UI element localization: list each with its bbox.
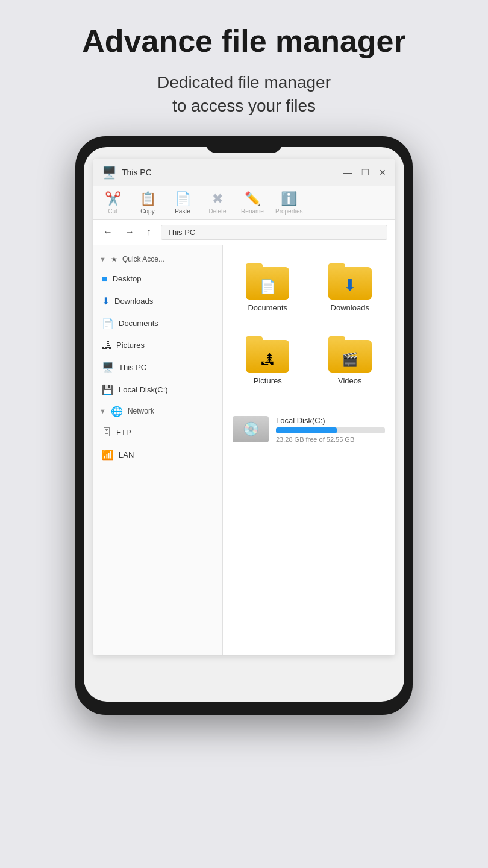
address-bar[interactable]: This PC [161,225,387,240]
cut-button[interactable]: ✂️ Cut [101,191,125,215]
explorer-body: ▼ ★ Quick Acce... ■ Desktop ⬇ Downloads … [93,245,395,655]
folder-downloads[interactable]: ⬇ Downloads [315,257,386,318]
local-disk-item[interactable]: 💿 Local Disk(C:) 23.28 GB free of 52.55 … [233,416,385,443]
title-bar-left: 🖥️ This PC [102,165,152,180]
delete-icon: ✖ [212,191,223,207]
page-title: Advance file manager [82,24,406,58]
documents-label: Documents [248,303,287,312]
minimize-button[interactable]: — [343,168,352,177]
disk-usage-bar [276,427,385,433]
pictures-icon: 🏞 [102,340,111,351]
pictures-label: Pictures [254,376,282,385]
sidebar-item-ftp[interactable]: 🗄 FTP [93,422,222,444]
network-chevron-icon: ▼ [99,407,106,415]
title-bar: 🖥️ This PC — ❐ ✕ [93,159,395,186]
sidebar-item-documents[interactable]: 📄 Documents [93,312,222,335]
folder-videos[interactable]: 🎬 Videos [315,330,386,391]
window-title: This PC [122,168,152,177]
paste-button[interactable]: 📄 Paste [170,191,195,215]
sidebar-item-thispc[interactable]: 🖥️ This PC [93,356,222,379]
sidebar-downloads-label: Downloads [114,297,153,306]
sidebar-thispc-label: This PC [119,363,146,372]
back-button[interactable]: ← [101,225,115,239]
folder-pictures[interactable]: 🏞 Pictures [233,330,303,391]
phone-screen: 🖥️ This PC — ❐ ✕ ✂️ Cut 📋 Copy [84,147,404,702]
rename-icon: ✏️ [245,191,261,207]
local-disk-section: 💿 Local Disk(C:) 23.28 GB free of 52.55 … [233,406,385,443]
folder-documents[interactable]: 📄 Documents [233,257,303,318]
phone-notch [205,136,283,153]
pictures-folder-icon: 🏞 [246,336,289,373]
this-pc-icon: 🖥️ [102,362,114,373]
cut-icon: ✂️ [105,191,121,207]
rename-button[interactable]: ✏️ Rename [240,191,264,215]
sidebar-item-desktop[interactable]: ■ Desktop [93,268,222,290]
rename-label: Rename [241,208,264,215]
page-header: Advance file manager Dedicated file mana… [46,0,442,136]
pc-icon: 🖥️ [102,165,117,180]
ftp-icon: 🗄 [102,427,111,438]
sidebar-item-pictures[interactable]: 🏞 Pictures [93,335,222,356]
quick-access-label: Quick Acce... [122,255,164,263]
sidebar: ▼ ★ Quick Acce... ■ Desktop ⬇ Downloads … [93,245,223,655]
downloads-label: Downloads [331,303,369,312]
delete-label: Delete [209,208,227,215]
chevron-icon: ▼ [99,256,106,263]
file-grid: 📄 Documents ⬇ Downloads [233,257,385,391]
desktop-icon: ■ [102,274,108,285]
downloads-icon: ⬇ [102,295,110,307]
disk-used-fill [276,427,337,433]
delete-button[interactable]: ✖ Delete [205,191,230,215]
star-icon: ★ [111,255,117,263]
disk-info: Local Disk(C:) 23.28 GB free of 52.55 GB [276,416,385,443]
properties-icon: ℹ️ [281,191,297,207]
page-subtitle: Dedicated file manager to access your fi… [82,71,406,118]
videos-folder-icon: 🎬 [328,336,372,373]
sidebar-desktop-label: Desktop [113,274,142,283]
disk-free-label: 23.28 GB free of 52.55 GB [276,436,385,443]
close-button[interactable]: ✕ [379,168,386,177]
paste-icon: 📄 [175,191,191,207]
title-bar-controls: — ❐ ✕ [343,168,386,177]
paste-label: Paste [175,208,190,215]
sidebar-item-lan[interactable]: 📶 LAN [93,444,222,466]
sidebar-quick-access[interactable]: ▼ ★ Quick Acce... [93,250,222,268]
sidebar-item-downloads[interactable]: ⬇ Downloads [93,290,222,312]
cut-label: Cut [108,208,117,215]
forward-button[interactable]: → [122,225,137,239]
sidebar-lan-label: LAN [119,450,134,459]
disk-name: Local Disk(C:) [276,416,385,425]
sidebar-network-label: Network [128,407,154,415]
sidebar-item-localdisk[interactable]: 💾 Local Disk(C:) [93,379,222,401]
copy-icon: 📋 [140,191,156,207]
sidebar-network-header[interactable]: ▼ 🌐 Network [93,401,222,422]
phone-frame: 🖥️ This PC — ❐ ✕ ✂️ Cut 📋 Copy [75,136,413,715]
toolbar: ✂️ Cut 📋 Copy 📄 Paste ✖ Delete ✏️ Re [93,186,395,220]
copy-button[interactable]: 📋 Copy [136,191,160,215]
videos-label: Videos [338,376,362,385]
local-disk-icon: 💾 [102,384,114,395]
sidebar-ftp-label: FTP [116,428,131,437]
lan-icon: 📶 [102,449,114,461]
sidebar-documents-label: Documents [119,319,158,328]
sidebar-localdisk-label: Local Disk(C:) [119,385,168,394]
copy-label: Copy [140,208,154,215]
up-button[interactable]: ↑ [144,225,154,239]
downloads-folder-icon: ⬇ [328,263,372,300]
nav-bar: ← → ↑ This PC [93,220,395,245]
sidebar-pictures-label: Pictures [116,341,145,350]
disk-drive-icon: 💿 [233,416,269,442]
maximize-button[interactable]: ❐ [361,168,369,177]
explorer-window: 🖥️ This PC — ❐ ✕ ✂️ Cut 📋 Copy [93,159,395,655]
main-content: 📄 Documents ⬇ Downloads [223,245,395,655]
properties-label: Properties [275,208,303,215]
documents-folder-icon: 📄 [246,263,289,300]
properties-button[interactable]: ℹ️ Properties [275,191,303,215]
network-globe-icon: 🌐 [111,406,123,417]
documents-icon: 📄 [102,318,114,329]
